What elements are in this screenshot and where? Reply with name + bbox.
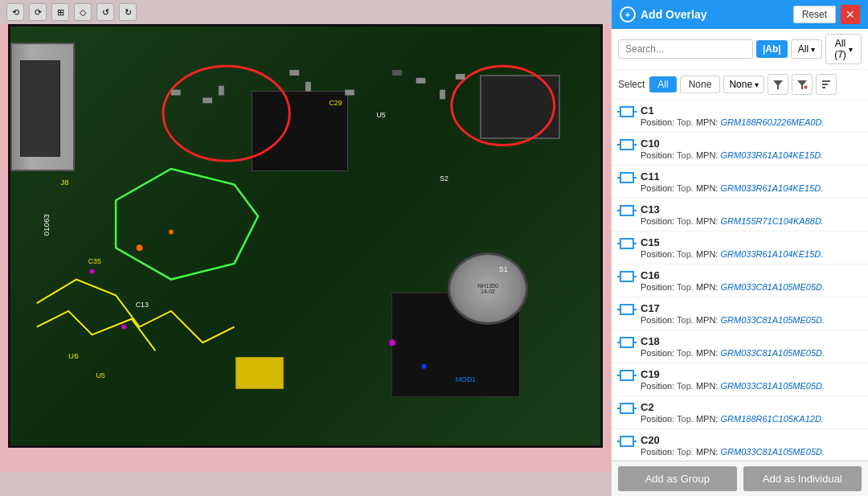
funnel-clear-icon (796, 79, 808, 90)
filter-funnel-button[interactable] (768, 74, 788, 95)
component-icon-4 (620, 238, 634, 249)
component-icon-6 (620, 304, 634, 315)
ic-chip-center (252, 91, 348, 171)
panel-footer: Add as Group Add as Individual (612, 461, 868, 496)
component-icon-0 (620, 106, 634, 117)
usb-inner (20, 60, 60, 157)
select-label: Select (618, 79, 645, 90)
filter-sort-button[interactable] (816, 74, 837, 95)
list-item[interactable]: C1 Position: Top. MPN: GRM188R60J226MEA0… (612, 100, 868, 133)
svg-rect-24 (392, 70, 402, 76)
panel-title: Add Overlay (641, 8, 793, 21)
svg-point-2 (137, 244, 143, 251)
component-name-3: C13 (641, 203, 860, 215)
list-item[interactable]: C13 Position: Top. MPN: GRM155R71C104KA8… (612, 199, 868, 232)
search-all-button[interactable]: All ▾ (791, 39, 822, 59)
add-group-button[interactable]: Add as Group (618, 466, 737, 491)
reset-button[interactable]: Reset (793, 6, 836, 23)
component-detail-9: Position: Top. MPN: GRM188R61C105KA12D. (641, 414, 860, 424)
chevron-down-icon-2: ▾ (849, 45, 853, 54)
component-detail-5: Position: Top. MPN: GRM033C81A105ME05D. (641, 282, 860, 292)
pcb-image-area: NH135014-02 J8 (8, 24, 603, 448)
filter-funnel-clear-button[interactable] (792, 74, 813, 95)
svg-point-4 (90, 269, 95, 274)
toolbar-btn-3[interactable]: ⊞ (51, 3, 69, 21)
svg-rect-25 (416, 78, 426, 84)
sort-icon (821, 79, 832, 90)
pcb-viewer: ⟲ ⟳ ⊞ ◇ ↺ ↻ NH135014-02 (0, 0, 611, 496)
search-count-button[interactable]: All (7) ▾ (825, 34, 862, 64)
component-icon-5 (620, 271, 634, 282)
component-icon-9 (620, 403, 634, 414)
component-name-5: C16 (641, 269, 860, 281)
list-item[interactable]: C10 Position: Top. MPN: GRM033R61A104KE1… (612, 133, 868, 166)
usb-connector (10, 43, 75, 171)
list-item[interactable]: C11 Position: Top. MPN: GRM033R61A104KE1… (612, 166, 868, 199)
list-item[interactable]: C15 Position: Top. MPN: GRM033R61A104KE1… (612, 232, 868, 264)
component-detail-8: Position: Top. MPN: GRM033C81A105ME05D. (641, 381, 860, 391)
filter-row: Select All None None ▾ (612, 70, 868, 100)
filter-none-dropdown[interactable]: None ▾ (723, 76, 764, 93)
component-detail-10: Position: Top. MPN: GRM033C81A105ME05D. (641, 447, 860, 457)
component-icon-1 (620, 139, 634, 150)
toolbar-btn-2[interactable]: ⟳ (29, 3, 47, 21)
toolbar-btn-6[interactable]: ↻ (119, 3, 137, 21)
toolbar-btn-4[interactable]: ◇ (74, 3, 92, 21)
svg-rect-19 (203, 97, 212, 103)
search-input[interactable] (618, 39, 753, 59)
svg-text:U5: U5 (376, 111, 385, 119)
list-item[interactable]: C19 Position: Top. MPN: GRM033C81A105ME0… (612, 363, 868, 396)
list-item[interactable]: C2 Position: Top. MPN: GRM188R61C105KA12… (612, 396, 868, 429)
svg-rect-22 (305, 82, 311, 92)
add-individual-button[interactable]: Add as Individual (743, 466, 862, 491)
yellow-component (235, 357, 284, 389)
component-detail-0: Position: Top. MPN: GRM188R60J226MEA0D. (641, 117, 860, 127)
component-icon-3 (620, 205, 634, 216)
component-name-8: C19 (641, 368, 860, 380)
overlay-icon: + (620, 6, 636, 23)
svg-point-3 (169, 230, 174, 235)
svg-text:01063: 01063 (42, 214, 51, 236)
component-name-4: C15 (641, 236, 860, 248)
overlay-panel: + Add Overlay Reset ✕ |Ab| All ▾ All (7)… (611, 0, 868, 496)
close-button[interactable]: ✕ (841, 5, 860, 24)
svg-text:C35: C35 (88, 257, 101, 265)
component-name-6: C17 (641, 302, 860, 314)
component-detail-6: Position: Top. MPN: GRM033C81A105ME05D. (641, 315, 860, 325)
svg-text:U6: U6 (68, 351, 79, 360)
component-detail-1: Position: Top. MPN: GRM033R61A104KE15D. (641, 150, 860, 160)
search-bar: |Ab| All ▾ All (7) ▾ (612, 29, 868, 70)
svg-text:S2: S2 (440, 174, 448, 182)
pcb-board: NH135014-02 J8 (10, 27, 600, 445)
svg-marker-29 (773, 80, 783, 89)
component-icon-8 (620, 370, 634, 381)
svg-rect-27 (456, 74, 465, 80)
module-shield (480, 75, 560, 139)
toolbar-btn-5[interactable]: ↺ (96, 3, 114, 21)
pcb-bottom-toolbar (0, 472, 611, 496)
svg-text:C13: C13 (136, 301, 149, 309)
component-name-0: C1 (641, 105, 860, 117)
list-item[interactable]: C20 Position: Top. MPN: GRM033C81A105ME0… (612, 429, 868, 461)
component-icon-7 (620, 337, 634, 348)
list-item[interactable]: C18 Position: Top. MPN: GRM033C81A105ME0… (612, 330, 868, 363)
list-item[interactable]: C16 Position: Top. MPN: GRM033C81A105ME0… (612, 264, 868, 297)
chevron-down-icon: ▾ (811, 45, 815, 54)
component-name-10: C20 (641, 434, 860, 446)
component-name-1: C10 (641, 137, 860, 150)
panel-header: + Add Overlay Reset ✕ (612, 0, 868, 29)
pcb-toolbar: ⟲ ⟳ ⊞ ◇ ↺ ↻ (0, 0, 611, 24)
search-ab-button[interactable]: |Ab| (756, 40, 788, 58)
filter-none-button-1[interactable]: None (680, 76, 721, 93)
toolbar-btn-1[interactable]: ⟲ (6, 3, 24, 21)
component-name-7: C18 (641, 335, 860, 347)
component-detail-7: Position: Top. MPN: GRM033C81A105ME05D. (641, 348, 860, 358)
component-detail-4: Position: Top. MPN: GRM033R61A104KE15D. (641, 249, 860, 259)
list-item[interactable]: C17 Position: Top. MPN: GRM033C81A105ME0… (612, 297, 868, 330)
component-icon-10 (620, 436, 634, 447)
component-icon-2 (620, 172, 634, 183)
component-list[interactable]: C1 Position: Top. MPN: GRM188R60J226MEA0… (612, 100, 868, 461)
filter-all-button[interactable]: All (649, 76, 676, 92)
circular-component: NH135014-02 (448, 252, 528, 325)
svg-rect-20 (219, 86, 224, 96)
